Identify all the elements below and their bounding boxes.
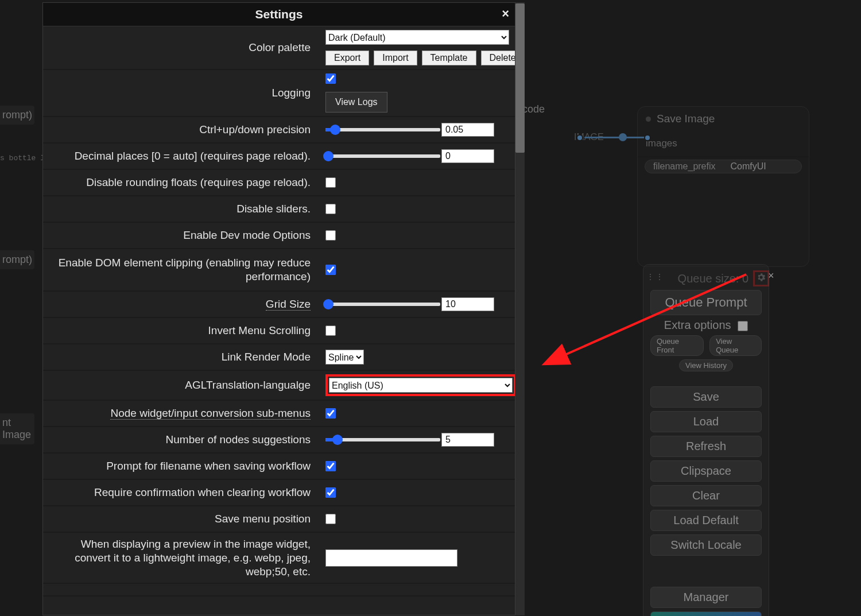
- label-dev-mode: Enable Dev mode Options: [43, 224, 319, 247]
- label-grid: Grid Size: [266, 298, 311, 311]
- precision-slider[interactable]: [325, 123, 494, 137]
- invert-scroll-checkbox[interactable]: [325, 326, 336, 336]
- dialog-body: Color palette Dark (Default) Export Impo…: [43, 26, 515, 615]
- agl-lang-highlight: English (US): [325, 374, 515, 396]
- queue-front-button[interactable]: Queue Front: [650, 335, 704, 356]
- row-disable-sliders: Disable sliders.: [43, 196, 515, 223]
- extra-options-label: Extra options: [664, 319, 731, 331]
- view-history-button[interactable]: View History: [679, 359, 733, 371]
- row-node-sugg: Number of nodes suggestions: [43, 427, 515, 454]
- row-node-submenus: Node widget/input conversion sub-menus: [43, 401, 515, 427]
- manager-button[interactable]: Manager: [650, 587, 762, 608]
- node-sugg-input[interactable]: [441, 433, 494, 447]
- node-link: [584, 137, 645, 138]
- save-button[interactable]: Save: [650, 386, 762, 408]
- label-preview: When displaying a preview in the image w…: [43, 533, 319, 583]
- row-preview: When displaying a preview in the image w…: [43, 533, 515, 584]
- scrollbar-thumb[interactable]: [515, 3, 525, 153]
- row-decimals: Decimal places [0 = auto] (requires page…: [43, 144, 515, 170]
- bg-text-sub: s bottle la: [0, 154, 49, 162]
- row-save-menu-pos: Save menu position: [43, 506, 515, 533]
- label-invert-scroll: Invert Menu Scrolling: [43, 319, 319, 342]
- clear-button[interactable]: Clear: [650, 485, 762, 506]
- import-button[interactable]: Import: [374, 51, 417, 65]
- side-panel: Queue Prompt Extra options Queue Front V…: [643, 264, 769, 616]
- view-queue-button[interactable]: View Queue: [709, 335, 762, 356]
- require-confirm-checkbox[interactable]: [325, 487, 336, 498]
- label-save-menu-pos: Save menu position: [43, 507, 319, 530]
- disable-sliders-checkbox[interactable]: [325, 204, 336, 214]
- bg-text-nt-image: nt Image: [0, 413, 34, 444]
- row-grid: Grid Size: [43, 292, 515, 318]
- label-prompt-filename: Prompt for filename when saving workflow: [43, 455, 319, 478]
- bg-text-prompt-1: rompt): [0, 106, 34, 125]
- node-submenus-checkbox[interactable]: [325, 408, 336, 419]
- grid-input[interactable]: [441, 297, 494, 311]
- share-button[interactable]: Share: [650, 611, 762, 616]
- row-invert-scroll: Invert Menu Scrolling: [43, 318, 515, 344]
- precision-input[interactable]: [441, 123, 494, 137]
- label-dom-clip: Enable DOM element clipping (enabling ma…: [43, 251, 319, 288]
- save-image-node: Save Image images filename_prefix ComfyU…: [637, 106, 809, 267]
- load-default-button[interactable]: Load Default: [650, 510, 762, 531]
- row-disable-rounding: Disable rounding floats (requires page r…: [43, 170, 515, 196]
- row-prompt-filename: Prompt for filename when saving workflow: [43, 454, 515, 480]
- dialog-scrollbar[interactable]: [515, 2, 525, 615]
- label-agl-lang: AGLTranslation-langualge: [43, 374, 319, 397]
- label-node-sugg: Number of nodes suggestions: [43, 428, 319, 451]
- export-button[interactable]: Export: [325, 51, 369, 65]
- bg-text-image-label: IMAGE: [574, 132, 604, 142]
- queue-prompt-button[interactable]: Queue Prompt: [650, 290, 762, 315]
- row-more-below: [43, 584, 515, 596]
- row-agl-lang: AGLTranslation-langualge English (US): [43, 371, 515, 401]
- row-require-confirm: Require confirmation when clearing workf…: [43, 480, 515, 506]
- label-logging: Logging: [43, 82, 319, 104]
- close-icon[interactable]: ×: [502, 6, 509, 21]
- row-color-palette: Color palette Dark (Default) Export Impo…: [43, 26, 515, 70]
- logging-checkbox[interactable]: [325, 73, 336, 84]
- decimals-input[interactable]: [441, 149, 494, 163]
- color-palette-select[interactable]: Dark (Default): [325, 30, 509, 45]
- load-button[interactable]: Load: [650, 411, 762, 432]
- label-link-mode: Link Render Mode: [43, 346, 319, 369]
- disable-rounding-checkbox[interactable]: [325, 177, 336, 188]
- label-disable-rounding: Disable rounding floats (requires page r…: [43, 171, 319, 194]
- switch-locale-button[interactable]: Switch Locale: [650, 534, 762, 556]
- row-dev-mode: Enable Dev mode Options: [43, 223, 515, 249]
- label-precision: Ctrl+up/down precision: [43, 118, 319, 141]
- save-image-title: Save Image: [657, 113, 715, 125]
- node-link-mid: [619, 133, 627, 141]
- extra-options-checkbox[interactable]: [738, 321, 748, 331]
- label-decimals: Decimal places [0 = auto] (requires page…: [43, 145, 319, 168]
- preview-input[interactable]: [325, 549, 457, 567]
- decimals-slider[interactable]: [325, 149, 494, 163]
- row-dom-clip: Enable DOM element clipping (enabling ma…: [43, 249, 515, 292]
- delete-button[interactable]: Delete: [481, 51, 515, 65]
- dev-mode-checkbox[interactable]: [325, 230, 336, 241]
- bg-text-decode: code: [522, 103, 545, 115]
- grid-slider[interactable]: [325, 297, 494, 311]
- label-node-submenus: Node widget/input conversion sub-menus: [110, 407, 311, 420]
- view-logs-button[interactable]: View Logs: [325, 92, 387, 113]
- node-port-out: [576, 134, 583, 141]
- refresh-button[interactable]: Refresh: [650, 436, 762, 457]
- row-link-mode: Link Render Mode Spline: [43, 344, 515, 371]
- save-menu-pos-checkbox[interactable]: [325, 514, 336, 524]
- node-port-in: [644, 134, 651, 141]
- label-color-palette: Color palette: [43, 36, 319, 59]
- row-logging: Logging View Logs: [43, 70, 515, 117]
- agl-lang-select[interactable]: English (US): [329, 378, 513, 393]
- dom-clip-checkbox[interactable]: [325, 265, 336, 275]
- clipspace-button[interactable]: Clipspace: [650, 460, 762, 482]
- row-precision: Ctrl+up/down precision: [43, 117, 515, 144]
- prompt-filename-checkbox[interactable]: [325, 461, 336, 471]
- save-image-images-label: images: [646, 138, 677, 149]
- dialog-title-bar: Settings ×: [43, 3, 515, 26]
- node-sugg-slider[interactable]: [325, 433, 494, 447]
- template-button[interactable]: Template: [422, 51, 476, 65]
- label-disable-sliders: Disable sliders.: [43, 197, 319, 220]
- extra-options-row: Extra options: [650, 319, 762, 332]
- label-require-confirm: Require confirmation when clearing workf…: [43, 481, 319, 504]
- link-mode-select[interactable]: Spline: [325, 350, 364, 365]
- filename-prefix-label: filename_prefix: [653, 161, 716, 172]
